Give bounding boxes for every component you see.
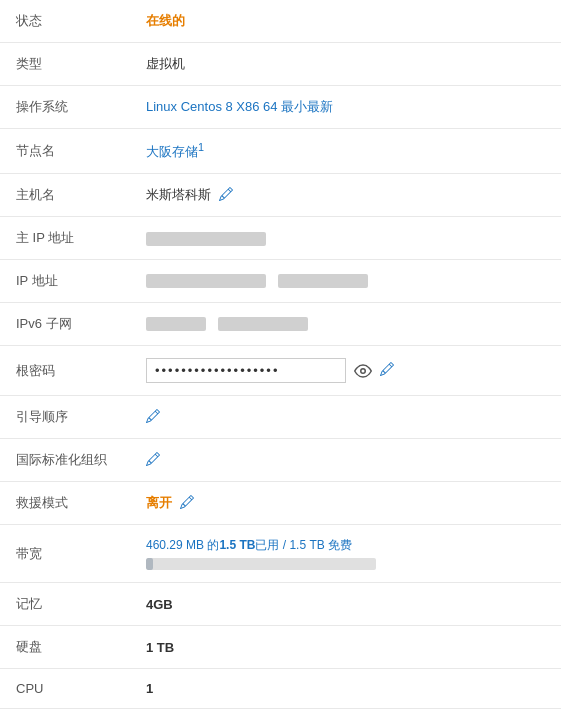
iso-edit-button[interactable] — [146, 453, 160, 469]
ipv6-blurred-2 — [218, 317, 308, 331]
row-value — [130, 260, 561, 303]
row-value: 大阪存储1 — [130, 129, 561, 174]
password-edit-button[interactable] — [380, 362, 394, 379]
row-label: CPU — [0, 669, 130, 709]
row-value — [130, 303, 561, 346]
table-row: 带宽460.29 MB 的1.5 TB已用 / 1.5 TB 免费 — [0, 525, 561, 583]
row-label: IP 地址 — [0, 260, 130, 303]
table-row: 国际标准化组织 — [0, 439, 561, 482]
row-value: Linux Centos 8 X86 64 最小最新 — [130, 86, 561, 129]
row-label: 类型 — [0, 43, 130, 86]
row-value: 虚拟机 — [130, 43, 561, 86]
row-value: 在线的 — [130, 0, 561, 43]
row-value — [130, 396, 561, 439]
row-value — [130, 439, 561, 482]
bandwidth-container: 460.29 MB 的1.5 TB已用 / 1.5 TB 免费 — [146, 537, 545, 570]
table-row: IP 地址 — [0, 260, 561, 303]
hostname-edit-button[interactable] — [219, 187, 233, 204]
table-row: 引导顺序 — [0, 396, 561, 439]
row-value: 离开 — [130, 482, 561, 525]
row-label: 国际标准化组织 — [0, 439, 130, 482]
bold-value: 1 TB — [146, 640, 174, 655]
boot-edit-button[interactable] — [146, 410, 160, 426]
table-row: CPU1 — [0, 669, 561, 709]
rescue-edit-button[interactable] — [180, 495, 194, 512]
ip-blurred-1 — [146, 274, 266, 288]
row-value — [130, 346, 561, 396]
row-label: 引导顺序 — [0, 396, 130, 439]
row-label: 状态 — [0, 0, 130, 43]
row-label: 救援模式 — [0, 482, 130, 525]
bandwidth-progress-bar — [146, 558, 376, 570]
row-label: 主机名 — [0, 174, 130, 217]
table-row: 主 IP 地址 — [0, 217, 561, 260]
ip-blurred-2 — [278, 274, 368, 288]
table-row: 根密码 — [0, 346, 561, 396]
ip-main-container — [146, 231, 545, 247]
row-label: 带宽 — [0, 525, 130, 583]
table-row: 状态在线的 — [0, 0, 561, 43]
svg-point-0 — [361, 369, 366, 374]
info-table: 状态在线的类型虚拟机操作系统Linux Centos 8 X86 64 最小最新… — [0, 0, 561, 709]
node-link[interactable]: 大阪存储1 — [146, 144, 204, 159]
row-value: 460.29 MB 的1.5 TB已用 / 1.5 TB 免费 — [130, 525, 561, 583]
table-row: 类型虚拟机 — [0, 43, 561, 86]
row-label: 硬盘 — [0, 626, 130, 669]
os-link[interactable]: Linux Centos 8 X86 64 最小最新 — [146, 99, 333, 114]
table-row: 硬盘1 TB — [0, 626, 561, 669]
bandwidth-text: 460.29 MB 的1.5 TB已用 / 1.5 TB 免费 — [146, 537, 545, 554]
password-toggle-button[interactable] — [354, 362, 372, 380]
hostname-container: 米斯塔科斯 — [146, 186, 545, 204]
table-row: 记忆4GB — [0, 583, 561, 626]
rescue-container: 离开 — [146, 494, 545, 512]
ip-list-container — [146, 274, 545, 288]
ipv6-container — [146, 317, 545, 331]
table-row: 操作系统Linux Centos 8 X86 64 最小最新 — [0, 86, 561, 129]
bold-value: 4GB — [146, 597, 173, 612]
row-value: 1 — [130, 669, 561, 709]
row-value — [130, 217, 561, 260]
row-label: 根密码 — [0, 346, 130, 396]
bold-value: 1 — [146, 681, 153, 696]
row-label: 节点名 — [0, 129, 130, 174]
row-label: IPv6 子网 — [0, 303, 130, 346]
ip-main-blurred — [146, 232, 266, 246]
rescue-status: 离开 — [146, 494, 172, 512]
hostname-text: 米斯塔科斯 — [146, 186, 211, 204]
bandwidth-progress-fill — [146, 558, 153, 570]
row-label: 主 IP 地址 — [0, 217, 130, 260]
status-badge: 在线的 — [146, 13, 185, 28]
ipv6-blurred-1 — [146, 317, 206, 331]
row-label: 操作系统 — [0, 86, 130, 129]
table-row: 节点名大阪存储1 — [0, 129, 561, 174]
password-container — [146, 358, 545, 383]
table-row: 救援模式离开 — [0, 482, 561, 525]
table-row: IPv6 子网 — [0, 303, 561, 346]
row-value: 1 TB — [130, 626, 561, 669]
row-value: 4GB — [130, 583, 561, 626]
password-input[interactable] — [146, 358, 346, 383]
table-row: 主机名米斯塔科斯 — [0, 174, 561, 217]
row-label: 记忆 — [0, 583, 130, 626]
row-value: 米斯塔科斯 — [130, 174, 561, 217]
